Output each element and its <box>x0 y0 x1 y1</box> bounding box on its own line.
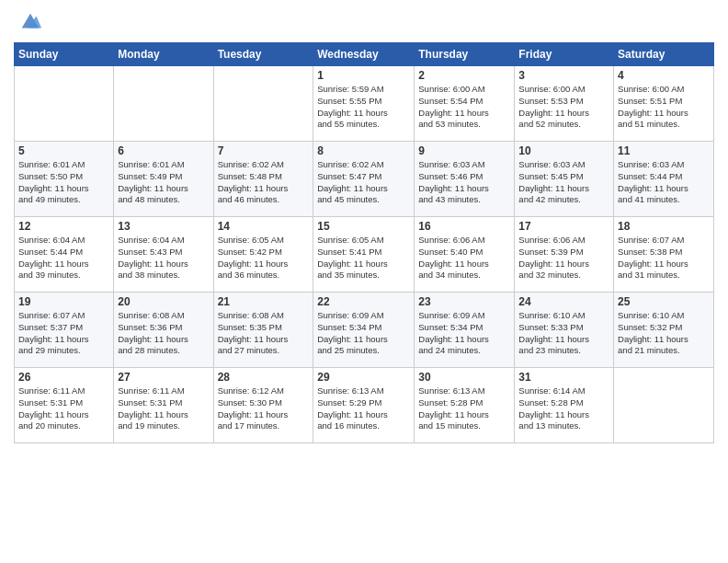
day-number: 8 <box>317 144 410 157</box>
day-info: Sunrise: 6:03 AM Sunset: 5:44 PM Dayligh… <box>618 159 710 206</box>
calendar-cell: 2Sunrise: 6:00 AM Sunset: 5:54 PM Daylig… <box>415 66 515 142</box>
calendar-cell: 26Sunrise: 6:11 AM Sunset: 5:31 PM Dayli… <box>15 368 114 443</box>
calendar-cell: 8Sunrise: 6:02 AM Sunset: 5:47 PM Daylig… <box>313 142 415 217</box>
day-number: 26 <box>18 371 109 384</box>
weekday-header-row: SundayMondayTuesdayWednesdayThursdayFrid… <box>15 43 714 66</box>
day-number: 5 <box>18 144 109 157</box>
calendar-cell <box>614 368 714 443</box>
day-number: 1 <box>317 69 410 82</box>
calendar-cell: 29Sunrise: 6:13 AM Sunset: 5:29 PM Dayli… <box>313 368 415 443</box>
calendar-cell: 13Sunrise: 6:04 AM Sunset: 5:43 PM Dayli… <box>114 217 213 293</box>
day-number: 13 <box>118 220 209 233</box>
day-info: Sunrise: 5:59 AM Sunset: 5:55 PM Dayligh… <box>317 84 410 131</box>
calendar-cell: 18Sunrise: 6:07 AM Sunset: 5:38 PM Dayli… <box>614 217 714 293</box>
calendar-cell: 21Sunrise: 6:08 AM Sunset: 5:35 PM Dayli… <box>213 293 313 368</box>
day-number: 25 <box>618 295 710 308</box>
day-number: 4 <box>618 69 710 82</box>
day-info: Sunrise: 6:01 AM Sunset: 5:50 PM Dayligh… <box>18 159 109 206</box>
calendar-cell: 22Sunrise: 6:09 AM Sunset: 5:34 PM Dayli… <box>313 293 415 368</box>
calendar-cell: 20Sunrise: 6:08 AM Sunset: 5:36 PM Dayli… <box>114 293 213 368</box>
day-info: Sunrise: 6:03 AM Sunset: 5:45 PM Dayligh… <box>518 159 609 206</box>
calendar: SundayMondayTuesdayWednesdayThursdayFrid… <box>14 42 714 443</box>
day-info: Sunrise: 6:05 AM Sunset: 5:42 PM Dayligh… <box>218 235 310 282</box>
day-info: Sunrise: 6:10 AM Sunset: 5:33 PM Dayligh… <box>518 310 609 357</box>
calendar-week-3: 12Sunrise: 6:04 AM Sunset: 5:44 PM Dayli… <box>15 217 714 293</box>
calendar-cell: 25Sunrise: 6:10 AM Sunset: 5:32 PM Dayli… <box>614 293 714 368</box>
day-number: 10 <box>518 144 609 157</box>
calendar-cell: 5Sunrise: 6:01 AM Sunset: 5:50 PM Daylig… <box>15 142 114 217</box>
day-info: Sunrise: 6:13 AM Sunset: 5:28 PM Dayligh… <box>418 385 510 432</box>
calendar-cell: 12Sunrise: 6:04 AM Sunset: 5:44 PM Dayli… <box>15 217 114 293</box>
day-number: 15 <box>317 220 410 233</box>
day-info: Sunrise: 6:02 AM Sunset: 5:48 PM Dayligh… <box>218 159 310 206</box>
day-number: 21 <box>218 295 310 308</box>
calendar-cell: 3Sunrise: 6:00 AM Sunset: 5:53 PM Daylig… <box>515 66 614 142</box>
calendar-cell: 6Sunrise: 6:01 AM Sunset: 5:49 PM Daylig… <box>114 142 213 217</box>
weekday-header-sunday: Sunday <box>15 43 114 66</box>
day-info: Sunrise: 6:11 AM Sunset: 5:31 PM Dayligh… <box>118 385 209 432</box>
weekday-header-wednesday: Wednesday <box>313 43 415 66</box>
day-info: Sunrise: 6:02 AM Sunset: 5:47 PM Dayligh… <box>317 159 410 206</box>
day-number: 22 <box>317 295 410 308</box>
weekday-header-friday: Friday <box>515 43 614 66</box>
weekday-header-thursday: Thursday <box>415 43 515 66</box>
day-info: Sunrise: 6:12 AM Sunset: 5:30 PM Dayligh… <box>218 385 310 432</box>
calendar-cell: 1Sunrise: 5:59 AM Sunset: 5:55 PM Daylig… <box>313 66 415 142</box>
day-info: Sunrise: 6:08 AM Sunset: 5:36 PM Dayligh… <box>118 310 209 357</box>
day-number: 29 <box>317 371 410 384</box>
day-number: 17 <box>518 220 609 233</box>
day-number: 9 <box>418 144 510 157</box>
day-number: 7 <box>218 144 310 157</box>
calendar-week-4: 19Sunrise: 6:07 AM Sunset: 5:37 PM Dayli… <box>15 293 714 368</box>
day-number: 2 <box>418 69 510 82</box>
day-info: Sunrise: 6:06 AM Sunset: 5:40 PM Dayligh… <box>418 235 510 282</box>
calendar-cell: 17Sunrise: 6:06 AM Sunset: 5:39 PM Dayli… <box>515 217 614 293</box>
header <box>14 9 714 35</box>
day-number: 3 <box>518 69 609 82</box>
calendar-cell: 28Sunrise: 6:12 AM Sunset: 5:30 PM Dayli… <box>213 368 313 443</box>
page: SundayMondayTuesdayWednesdayThursdayFrid… <box>0 0 728 563</box>
calendar-week-5: 26Sunrise: 6:11 AM Sunset: 5:31 PM Dayli… <box>15 368 714 443</box>
day-info: Sunrise: 6:10 AM Sunset: 5:32 PM Dayligh… <box>618 310 710 357</box>
day-number: 18 <box>618 220 710 233</box>
calendar-cell: 19Sunrise: 6:07 AM Sunset: 5:37 PM Dayli… <box>15 293 114 368</box>
day-info: Sunrise: 6:13 AM Sunset: 5:29 PM Dayligh… <box>317 385 410 432</box>
day-number: 30 <box>418 371 510 384</box>
calendar-cell: 9Sunrise: 6:03 AM Sunset: 5:46 PM Daylig… <box>415 142 515 217</box>
day-number: 28 <box>218 371 310 384</box>
calendar-cell: 30Sunrise: 6:13 AM Sunset: 5:28 PM Dayli… <box>415 368 515 443</box>
calendar-cell: 27Sunrise: 6:11 AM Sunset: 5:31 PM Dayli… <box>114 368 213 443</box>
day-number: 19 <box>18 295 109 308</box>
calendar-cell: 10Sunrise: 6:03 AM Sunset: 5:45 PM Dayli… <box>515 142 614 217</box>
day-number: 31 <box>518 371 609 384</box>
calendar-cell: 4Sunrise: 6:00 AM Sunset: 5:51 PM Daylig… <box>614 66 714 142</box>
day-number: 16 <box>418 220 510 233</box>
day-number: 14 <box>218 220 310 233</box>
day-info: Sunrise: 6:06 AM Sunset: 5:39 PM Dayligh… <box>518 235 609 282</box>
weekday-header-tuesday: Tuesday <box>213 43 313 66</box>
weekday-header-saturday: Saturday <box>614 43 714 66</box>
day-info: Sunrise: 6:07 AM Sunset: 5:37 PM Dayligh… <box>18 310 109 357</box>
day-info: Sunrise: 6:04 AM Sunset: 5:44 PM Dayligh… <box>18 235 109 282</box>
day-info: Sunrise: 6:03 AM Sunset: 5:46 PM Dayligh… <box>418 159 510 206</box>
day-number: 12 <box>18 220 109 233</box>
calendar-cell: 24Sunrise: 6:10 AM Sunset: 5:33 PM Dayli… <box>515 293 614 368</box>
calendar-week-1: 1Sunrise: 5:59 AM Sunset: 5:55 PM Daylig… <box>15 66 714 142</box>
day-number: 27 <box>118 371 209 384</box>
calendar-cell <box>15 66 114 142</box>
day-info: Sunrise: 6:14 AM Sunset: 5:28 PM Dayligh… <box>518 385 609 432</box>
day-info: Sunrise: 6:00 AM Sunset: 5:51 PM Dayligh… <box>618 84 710 131</box>
calendar-cell: 14Sunrise: 6:05 AM Sunset: 5:42 PM Dayli… <box>213 217 313 293</box>
day-info: Sunrise: 6:11 AM Sunset: 5:31 PM Dayligh… <box>18 385 109 432</box>
day-info: Sunrise: 6:09 AM Sunset: 5:34 PM Dayligh… <box>317 310 410 357</box>
day-info: Sunrise: 6:07 AM Sunset: 5:38 PM Dayligh… <box>618 235 710 282</box>
calendar-cell: 15Sunrise: 6:05 AM Sunset: 5:41 PM Dayli… <box>313 217 415 293</box>
day-number: 24 <box>518 295 609 308</box>
day-number: 23 <box>418 295 510 308</box>
day-info: Sunrise: 6:09 AM Sunset: 5:34 PM Dayligh… <box>418 310 510 357</box>
day-number: 11 <box>618 144 710 157</box>
calendar-cell: 23Sunrise: 6:09 AM Sunset: 5:34 PM Dayli… <box>415 293 515 368</box>
day-info: Sunrise: 6:00 AM Sunset: 5:53 PM Dayligh… <box>518 84 609 131</box>
day-info: Sunrise: 6:01 AM Sunset: 5:49 PM Dayligh… <box>118 159 209 206</box>
day-info: Sunrise: 6:05 AM Sunset: 5:41 PM Dayligh… <box>317 235 410 282</box>
